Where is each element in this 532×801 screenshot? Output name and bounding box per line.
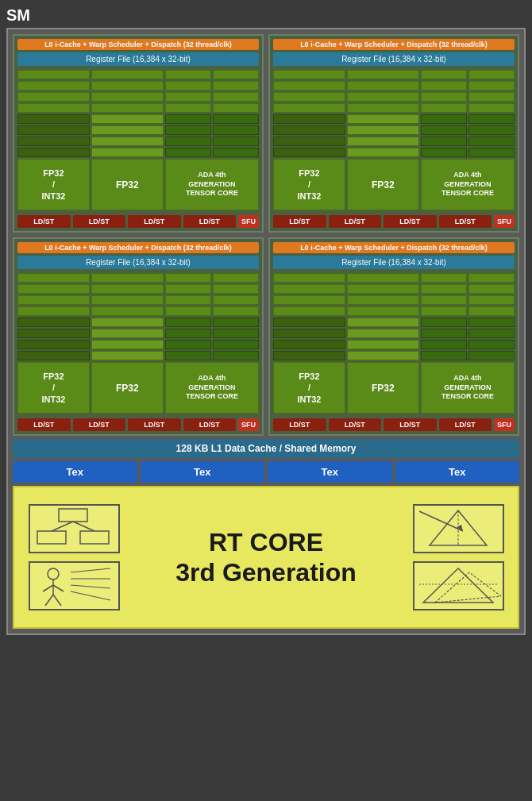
rt-diagram-right — [407, 504, 510, 610]
sm-container: L0 i-Cache + Warp Scheduler + Dispatch (… — [6, 28, 526, 635]
fp32-int32-label-bl: FP32/INT32 — [41, 371, 65, 405]
sfu-tl: SFU — [238, 215, 259, 228]
ray-diagram-svg — [31, 564, 117, 607]
svg-marker-19 — [423, 568, 493, 603]
svg-rect-1 — [37, 531, 66, 544]
ldst4-tl: LD/ST — [183, 215, 237, 228]
rt-core-label: RT CORE 3rd Generation — [125, 527, 407, 588]
svg-point-5 — [48, 568, 59, 580]
svg-line-8 — [53, 585, 64, 591]
ldst1-bl: LD/ST — [17, 418, 71, 431]
tex-2: Tex — [141, 461, 265, 483]
tensor-core-label-tr: ADA 4thGENERATIONTENSOR CORE — [441, 171, 494, 198]
ldst2-tl: LD/ST — [73, 215, 126, 228]
svg-line-10 — [53, 595, 61, 606]
tex-3: Tex — [268, 461, 392, 483]
partition-bottom-left: L0 i-Cache + Warp Scheduler + Dispatch (… — [13, 237, 264, 436]
svg-line-4 — [73, 522, 94, 531]
bottom-row-tl: LD/ST LD/ST LD/ST LD/ST SFU — [17, 215, 259, 228]
ldst4-bl: LD/ST — [183, 418, 237, 431]
tex-4: Tex — [395, 461, 520, 483]
rt-core-title: RT CORE — [209, 527, 323, 557]
l0-cache-br: L0 i-Cache + Warp Scheduler + Dispatch (… — [273, 242, 515, 253]
bottom-row-bl: LD/ST LD/ST LD/ST LD/ST SFU — [17, 418, 259, 431]
tensor-core-label-br: ADA 4thGENERATIONTENSOR CORE — [441, 374, 494, 402]
partition-bottom-right: L0 i-Cache + Warp Scheduler + Dispatch (… — [268, 237, 519, 436]
intersect-diagram-svg — [415, 564, 501, 607]
partition-top-left: L0 i-Cache + Warp Scheduler + Dispatch (… — [13, 34, 264, 233]
svg-line-13 — [71, 585, 110, 588]
rt-diagram-left — [22, 504, 125, 610]
tex-row: Tex Tex Tex Tex — [13, 461, 519, 483]
reg-file-tr: Register File (16,384 x 32-bit) — [273, 52, 515, 66]
rt-core-generation: 3rd Generation — [175, 557, 357, 587]
bvh-diagram-svg — [31, 507, 117, 550]
cores-area-bl: FP32/INT32 FP32 — [17, 273, 259, 414]
reg-file-br: Register File (16,384 x 32-bit) — [273, 256, 515, 269]
triangle-diagram-svg — [415, 507, 501, 550]
sfu-bl: SFU — [238, 418, 259, 431]
svg-marker-20 — [435, 572, 501, 603]
tensor-core-label-tl: ADA 4thGENERATIONTENSOR CORE — [186, 171, 238, 198]
svg-rect-0 — [59, 509, 87, 522]
rt-core-section: RT CORE 3rd Generation — [13, 486, 519, 629]
cores-area-tl: FP32/INT32 FP — [17, 70, 259, 210]
bottom-row-tr: LD/ST LD/ST LD/ST LD/ST SFU — [273, 215, 515, 228]
ldst1-tr: LD/ST — [273, 215, 326, 228]
sm-title: SM — [6, 6, 30, 25]
tensor-core-label-bl: ADA 4thGENERATIONTENSOR CORE — [186, 374, 238, 402]
ldst1-tl: LD/ST — [17, 215, 71, 228]
svg-line-9 — [45, 595, 53, 606]
fp32-label-tr: FP32 — [372, 179, 395, 191]
svg-line-14 — [71, 591, 110, 600]
l0-cache-tl: L0 i-Cache + Warp Scheduler + Dispatch (… — [17, 39, 259, 50]
fp32-label-br: FP32 — [372, 383, 395, 394]
l1-cache-bar: 128 KB L1 Data Cache / Shared Memory — [13, 439, 519, 458]
quad-grid: L0 i-Cache + Warp Scheduler + Dispatch (… — [13, 34, 519, 436]
l0-cache-bl: L0 i-Cache + Warp Scheduler + Dispatch (… — [17, 242, 259, 253]
sfu-tr: SFU — [494, 215, 515, 228]
fp32-int32-label-br: FP32/INT32 — [297, 371, 321, 405]
svg-line-7 — [43, 585, 53, 591]
partition-top-right: L0 i-Cache + Warp Scheduler + Dispatch (… — [268, 34, 519, 233]
bottom-row-br: LD/ST LD/ST LD/ST LD/ST SFU — [273, 418, 515, 431]
reg-file-tl: Register File (16,384 x 32-bit) — [17, 52, 259, 66]
ldst3-tr: LD/ST — [384, 215, 437, 228]
ldst3-bl: LD/ST — [128, 418, 181, 431]
ldst2-tr: LD/ST — [329, 215, 382, 228]
fp32-int32-label-tl: FP32/INT32 — [41, 168, 65, 202]
ldst4-tr: LD/ST — [439, 215, 492, 228]
ldst2-bl: LD/ST — [73, 418, 126, 431]
ldst1-br: LD/ST — [273, 418, 326, 431]
ldst3-br: LD/ST — [384, 418, 437, 431]
svg-line-3 — [52, 522, 73, 531]
ldst2-br: LD/ST — [329, 418, 382, 431]
cores-area-br: FP32/INT32 FP32 — [273, 273, 515, 414]
fp32-label-tl: FP32 — [116, 179, 139, 191]
tex-1: Tex — [13, 461, 137, 483]
fp32-label-bl: FP32 — [116, 383, 139, 394]
svg-line-11 — [71, 568, 110, 572]
sfu-br: SFU — [494, 418, 515, 431]
cores-area-tr: FP32/INT32 FP32 — [273, 70, 515, 210]
reg-file-bl: Register File (16,384 x 32-bit) — [17, 256, 259, 269]
svg-rect-2 — [80, 531, 109, 544]
svg-line-17 — [419, 511, 463, 531]
l0-cache-tr: L0 i-Cache + Warp Scheduler + Dispatch (… — [273, 39, 515, 50]
ldst4-br: LD/ST — [439, 418, 492, 431]
fp32-int32-label-tr: FP32/INT32 — [297, 168, 321, 202]
ldst3-tl: LD/ST — [128, 215, 181, 228]
